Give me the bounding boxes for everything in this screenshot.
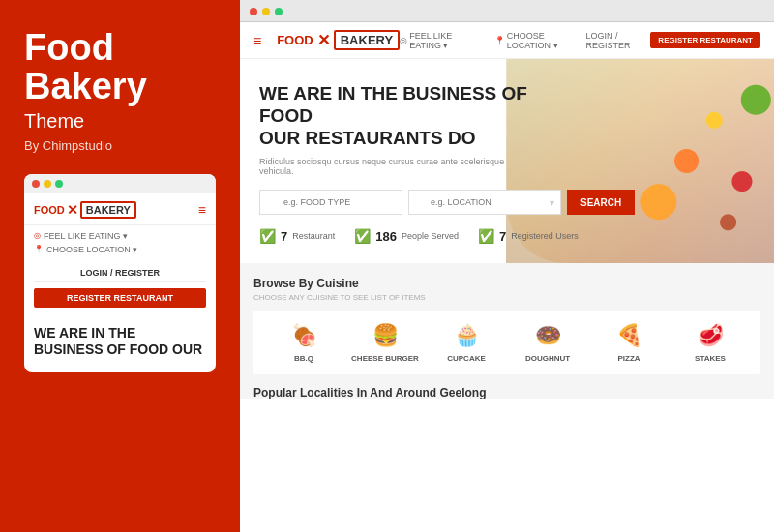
left-panel: Food Bakery Theme By Chimpstudio FOOD ✕ …	[0, 0, 240, 532]
cuisine-item-pizza[interactable]: 🍕 PIZZA	[588, 323, 670, 363]
mobile-nav-links: ◎ FEEL LIKE EATING ▾ 📍 CHOOSE LOCATION ▾	[24, 225, 216, 264]
right-panel: ≡ FOOD ✕ BAKERY ◎FEEL LIKE EATING ▾ 📍CHO…	[240, 0, 774, 532]
site-logo-x: ✕	[317, 31, 330, 49]
stat-check-icon-3: ✅	[478, 228, 494, 244]
location-input[interactable]	[408, 190, 561, 215]
stats-row: ✅ 7 Restaurant ✅ 186 People Served ✅ 7 R…	[259, 228, 755, 244]
chevron-down-icon: ▾	[550, 197, 554, 208]
site-nav-links: ◎FEEL LIKE EATING ▾ 📍CHOOSE LOCATION ▾	[400, 31, 585, 50]
mobile-logo-bakery: BAKERY	[80, 201, 136, 219]
bbq-label: BB.Q	[294, 354, 313, 363]
hero-subtitle: Ridiculus sociosqu cursus neque cursus c…	[259, 157, 532, 176]
food-type-input[interactable]	[259, 190, 402, 215]
browse-section: Browse By Cuisine CHOOSE ANY CUISINE TO …	[240, 263, 774, 399]
popular-title: Popular Localities In And Around Geelong	[253, 386, 760, 399]
cupcake-icon: 🧁	[454, 323, 480, 348]
site-nav: ≡ FOOD ✕ BAKERY ◎FEEL LIKE EATING ▾ 📍CHO…	[240, 22, 774, 59]
site-logo-food: FOOD	[277, 33, 313, 47]
cuisine-item-doughnut[interactable]: 🍩 DOUGHNUT	[507, 323, 588, 363]
feel-like-eating-nav[interactable]: ◎FEEL LIKE EATING ▾	[400, 31, 483, 50]
hero-section: WE ARE IN THE BUSINESS OF FOOD OUR RESTA…	[240, 59, 774, 263]
hamburger-icon[interactable]: ≡	[253, 33, 261, 48]
browser-dot-green	[275, 8, 283, 15]
cheeseburger-label: CHEESE BURGER	[351, 354, 419, 363]
cuisine-item-stakes[interactable]: 🥩 STAKES	[670, 323, 751, 363]
stat-users: ✅ 7 Registered Users	[478, 228, 579, 244]
brand-line1: Food	[24, 27, 114, 68]
browser-dot-yellow	[262, 8, 270, 15]
search-button[interactable]: SEARCH	[567, 190, 635, 215]
cupcake-label: CUPCAKE	[447, 354, 486, 363]
stat-restaurant: ✅ 7 Restaurant	[259, 228, 335, 244]
stat-number-people: 186	[375, 229, 397, 244]
mobile-logo-food: FOOD	[34, 204, 65, 216]
hero-title-line1: WE ARE IN THE BUSINESS OF FOOD	[259, 83, 532, 128]
stat-check-icon-1: ✅	[259, 228, 276, 244]
doughnut-label: DOUGHNUT	[525, 354, 570, 363]
site-logo-bakery: BAKERY	[334, 30, 400, 50]
mobile-preview-card: FOOD ✕ BAKERY ≡ ◎ FEEL LIKE EATING ▾ 📍 C…	[24, 174, 216, 373]
dot-green	[55, 180, 63, 188]
mobile-nav-link-2[interactable]: 📍 CHOOSE LOCATION ▾	[34, 245, 206, 254]
choose-location-nav[interactable]: 📍CHOOSE LOCATION ▾	[494, 31, 586, 50]
dot-red	[32, 180, 40, 188]
stat-label-users: Registered Users	[511, 231, 579, 241]
browse-subtitle: CHOOSE ANY CUISINE TO SEE LIST OF ITEMS	[253, 293, 760, 302]
pizza-icon: 🍕	[616, 323, 642, 348]
cheeseburger-icon: 🍔	[372, 323, 399, 348]
mobile-nav: FOOD ✕ BAKERY ≡	[24, 193, 216, 225]
mobile-nav-link-1[interactable]: ◎ FEEL LIKE EATING ▾	[34, 231, 206, 241]
stat-label-people: People Served	[402, 231, 459, 241]
hero-title: WE ARE IN THE BUSINESS OF FOOD OUR RESTA…	[259, 83, 532, 149]
popular-section: Popular Localities In And Around Geelong	[253, 386, 760, 399]
login-link[interactable]: LOGIN / REGISTER	[585, 31, 642, 50]
stat-number-restaurant: 7	[281, 229, 287, 244]
stakes-icon: 🥩	[698, 323, 724, 348]
stat-label-restaurant: Restaurant	[292, 231, 335, 241]
search-bar: 🔍 📍 ▾ SEARCH	[259, 190, 547, 215]
browse-title: Browse By Cuisine	[253, 277, 760, 290]
mobile-hero-text: WE ARE IN THE BUSINESS OF FOOD OUR	[24, 315, 216, 364]
browser-chrome	[240, 0, 774, 22]
bbq-icon: 🍖	[291, 323, 317, 348]
stat-people: ✅ 186 People Served	[354, 228, 459, 244]
brand-line2: Bakery	[24, 66, 147, 106]
hero-title-line2: OUR RESTAURANTS DO	[259, 128, 532, 150]
brand-by: By Chimpstudio	[24, 138, 216, 153]
cuisine-item-cheeseburger[interactable]: 🍔 CHEESE BURGER	[344, 323, 426, 363]
stat-check-icon-2: ✅	[354, 228, 371, 244]
register-restaurant-btn[interactable]: REGISTER RESTAURANT	[650, 32, 760, 48]
mobile-logo: FOOD ✕ BAKERY	[34, 201, 136, 219]
doughnut-icon: 🍩	[535, 323, 561, 348]
food-type-input-wrap: 🔍	[259, 190, 402, 215]
dot-yellow	[44, 180, 51, 188]
site-logo: FOOD ✕ BAKERY	[277, 30, 400, 50]
location-input-wrap: 📍 ▾	[408, 190, 561, 215]
cuisine-item-cupcake[interactable]: 🧁 CUPCAKE	[426, 323, 507, 363]
browser-dot-red	[250, 8, 257, 15]
stakes-label: STAKES	[695, 354, 726, 363]
brand-title: Food Bakery Theme By Chimpstudio	[24, 29, 216, 153]
mobile-logo-x: ✕	[67, 202, 78, 218]
brand-subtitle: Theme	[24, 110, 216, 133]
pizza-label: PIZZA	[617, 354, 640, 363]
mobile-login-register[interactable]: LOGIN / REGISTER	[34, 264, 206, 282]
mobile-hamburger-icon[interactable]: ≡	[198, 202, 206, 218]
site-nav-actions: LOGIN / REGISTER REGISTER RESTAURANT	[585, 31, 760, 50]
mobile-register-btn[interactable]: REGISTER RESTAURANT	[34, 288, 206, 308]
website-content: ≡ FOOD ✕ BAKERY ◎FEEL LIKE EATING ▾ 📍CHO…	[240, 22, 774, 532]
stat-number-users: 7	[499, 229, 506, 244]
cuisine-list: 🍖 BB.Q 🍔 CHEESE BURGER 🧁 CUPCAKE 🍩 DOUGH…	[253, 311, 760, 374]
cuisine-item-bbq[interactable]: 🍖 BB.Q	[263, 323, 344, 363]
window-dots	[24, 174, 216, 193]
